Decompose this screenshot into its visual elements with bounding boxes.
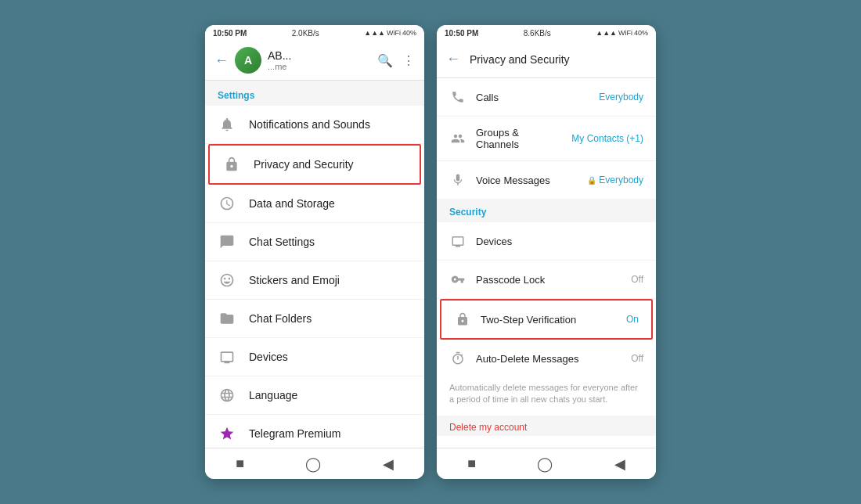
nav-triangle-left[interactable]: ◀	[383, 455, 394, 473]
autodelete-label: Auto-Delete Messages	[476, 353, 621, 365]
status-icons-left: ▲▲▲ WiFi 40%	[364, 29, 416, 37]
back-button-right[interactable]: ←	[446, 51, 460, 67]
voice-label: Voice Messages	[476, 175, 578, 186]
calls-label: Calls	[476, 92, 589, 103]
security-item-devices[interactable]: Devices	[437, 222, 656, 261]
mic-icon	[449, 171, 467, 189]
battery-left: 40%	[402, 29, 416, 37]
groups-label: Groups & Channels	[476, 127, 562, 150]
header-info-left: AB... ...me	[268, 49, 371, 71]
stickers-label: Stickers and Emoji	[249, 274, 412, 286]
chat-icon	[218, 232, 236, 251]
emoji-icon	[218, 271, 236, 290]
key-icon	[449, 271, 467, 288]
settings-list: Notifications and Sounds Privacy and Sec…	[205, 106, 424, 448]
autodelete-description: Automatically delete messages for everyo…	[437, 377, 656, 416]
settings-item-data[interactable]: Data and Storage	[205, 185, 424, 223]
privacy-title: Privacy and Security	[470, 53, 647, 66]
signal-icon-right: ▲▲▲	[596, 29, 617, 37]
person-icon	[449, 130, 467, 147]
nav-circle-right[interactable]: ◯	[537, 455, 553, 473]
header-subtitle-left: ...me	[268, 62, 371, 71]
privacy-content: Calls Everybody Groups & Channels My Con…	[437, 78, 656, 448]
nav-circle-left[interactable]: ◯	[305, 455, 321, 473]
security-item-two-step[interactable]: Two-Step Verification On	[440, 299, 653, 340]
header-title-left: AB...	[268, 49, 371, 62]
privacy-header: ← Privacy and Security	[437, 41, 656, 78]
settings-item-stickers[interactable]: Stickers and Emoji	[205, 261, 424, 300]
language-label: Language	[249, 389, 412, 401]
status-bar-right: 10:50 PM 8.6KB/s ▲▲▲ WiFi 40%	[437, 25, 656, 41]
top-bar-left: ← A AB... ...me 🔍 ⋮	[205, 41, 424, 81]
folders-label: Chat Folders	[249, 312, 412, 325]
security-section-title: Security	[437, 199, 656, 222]
monitor-icon	[449, 232, 467, 250]
timer-icon	[449, 350, 467, 367]
chat-label: Chat Settings	[249, 236, 412, 248]
nav-square-right[interactable]: ■	[467, 455, 476, 472]
nav-square-left[interactable]: ■	[236, 455, 244, 472]
two-step-label: Two-Step Verification	[481, 314, 617, 326]
globe-icon	[218, 386, 236, 405]
delete-account-title: Delete my account	[437, 416, 656, 436]
settings-item-notifications[interactable]: Notifications and Sounds	[205, 106, 424, 144]
data-label: Data and Storage	[249, 197, 412, 210]
bottom-nav-right: ■ ◯ ◀	[437, 448, 656, 479]
privacy-item-calls[interactable]: Calls Everybody	[437, 78, 656, 117]
settings-item-chat[interactable]: Chat Settings	[205, 223, 424, 261]
settings-item-premium[interactable]: Telegram Premium	[205, 415, 424, 448]
settings-section-label: Settings	[205, 81, 424, 106]
time-left: 10:50 PM	[213, 29, 247, 38]
privacy-label: Privacy and Security	[254, 158, 407, 171]
lock-icon-privacy	[222, 155, 241, 174]
autodelete-value: Off	[631, 353, 643, 364]
delete-item-ifaway[interactable]: If away for 1 year	[437, 436, 656, 448]
star-icon	[218, 424, 236, 443]
two-step-lock-icon	[454, 311, 471, 328]
avatar-left: A	[235, 47, 261, 74]
speed-left: 2.0KB/s	[292, 29, 319, 38]
premium-label: Telegram Premium	[249, 427, 412, 440]
phone-icon	[449, 88, 467, 106]
lock-small-icon: 🔒	[587, 176, 596, 185]
right-phone: 10:50 PM 8.6KB/s ▲▲▲ WiFi 40% ← Privacy …	[437, 25, 656, 479]
security-list: Devices Passcode Lock Off Two-Ste	[437, 222, 656, 377]
phones-container: 10:50 PM 2.0KB/s ▲▲▲ WiFi 40% ← A AB... …	[205, 25, 656, 479]
left-content: Settings Notifications and Sounds Privac…	[205, 81, 424, 448]
nav-triangle-right[interactable]: ◀	[614, 455, 625, 473]
bottom-nav-left: ■ ◯ ◀	[205, 448, 424, 479]
delete-list: If away for 1 year	[437, 436, 656, 448]
passcode-label: Passcode Lock	[476, 274, 621, 286]
settings-item-privacy[interactable]: Privacy and Security	[208, 144, 421, 185]
status-icons-right: ▲▲▲ WiFi 40%	[596, 29, 648, 37]
settings-item-folders[interactable]: Chat Folders	[205, 300, 424, 338]
folder-icon	[218, 309, 236, 328]
settings-item-language[interactable]: Language	[205, 376, 424, 415]
devices-label: Devices	[249, 351, 412, 363]
privacy-list: Calls Everybody Groups & Channels My Con…	[437, 78, 656, 199]
left-phone: 10:50 PM 2.0KB/s ▲▲▲ WiFi 40% ← A AB... …	[205, 25, 424, 479]
security-item-autodelete[interactable]: Auto-Delete Messages Off	[437, 340, 656, 377]
settings-item-devices[interactable]: Devices	[205, 338, 424, 376]
calls-value: Everybody	[599, 92, 643, 103]
privacy-item-voice[interactable]: Voice Messages 🔒 Everybody	[437, 161, 656, 199]
time-right: 10:50 PM	[445, 29, 478, 38]
bell-icon	[218, 115, 236, 134]
wifi-icon-right: WiFi	[618, 29, 632, 37]
signal-icon: ▲▲▲	[364, 29, 385, 37]
header-icons-left: 🔍 ⋮	[377, 53, 415, 68]
menu-icon[interactable]: ⋮	[402, 53, 415, 68]
security-item-passcode[interactable]: Passcode Lock Off	[437, 261, 656, 299]
back-button-left[interactable]: ←	[214, 52, 229, 69]
notifications-label: Notifications and Sounds	[249, 118, 412, 131]
data-icon	[218, 194, 236, 213]
wifi-icon: WiFi	[387, 29, 401, 37]
search-icon[interactable]: 🔍	[377, 53, 393, 68]
groups-value: My Contacts (+1)	[571, 133, 643, 144]
two-step-value: On	[626, 314, 639, 325]
passcode-value: Off	[631, 274, 643, 285]
speed-right: 8.6KB/s	[524, 29, 551, 38]
devices-security-label: Devices	[476, 236, 634, 247]
privacy-item-groups[interactable]: Groups & Channels My Contacts (+1)	[437, 117, 656, 161]
status-bar-left: 10:50 PM 2.0KB/s ▲▲▲ WiFi 40%	[205, 25, 424, 41]
